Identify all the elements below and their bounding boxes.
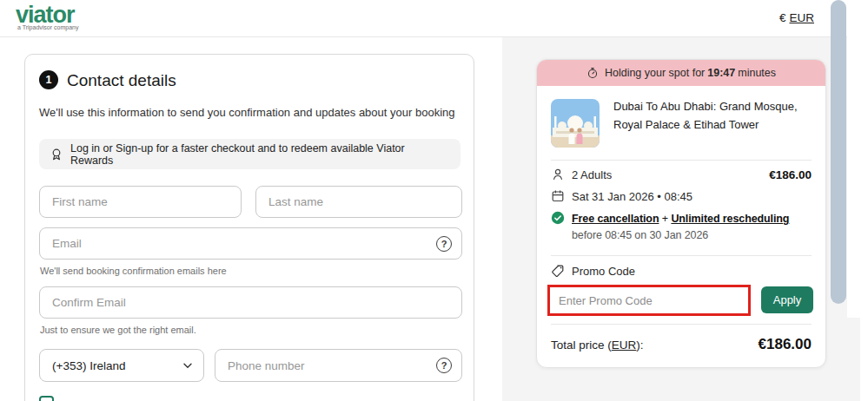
viator-logo-text: viator	[16, 4, 78, 26]
first-name-input[interactable]	[40, 187, 241, 217]
phone-help-icon[interactable]: ?	[436, 358, 452, 373]
country-code-value: (+353) Ireland	[52, 359, 125, 372]
stopwatch-icon	[586, 67, 599, 79]
currency-selector[interactable]: €EUR	[779, 11, 814, 24]
email-input[interactable]	[40, 228, 461, 259]
scrollbar-track[interactable]	[847, 0, 868, 318]
currency-symbol: €	[779, 11, 786, 24]
total-price-label: Total price (EUR):	[551, 339, 644, 352]
divider	[551, 160, 812, 161]
confirm-email-input[interactable]	[40, 287, 461, 318]
free-cancellation-link[interactable]: Free cancellation	[572, 213, 659, 225]
chevron-down-icon	[181, 358, 195, 372]
header: viator a Tripadvisor company €EUR	[0, 0, 868, 37]
total-currency-link[interactable]: EUR	[612, 339, 637, 352]
booking-summary-card: Holding your spot for19:47minutes Dubai …	[536, 59, 826, 368]
first-name-field	[39, 186, 242, 218]
divider	[551, 255, 812, 256]
promo-code-label: Promo Code	[572, 265, 635, 278]
promo-input-highlight	[547, 285, 751, 316]
last-name-field	[255, 186, 462, 218]
unlimited-rescheduling-link[interactable]: Unlimited rescheduling	[671, 213, 789, 225]
contact-details-title: Contact details	[67, 71, 176, 90]
promo-code-label-row: Promo Code	[551, 264, 635, 278]
apply-promo-button[interactable]: Apply	[761, 286, 813, 313]
travelers-count: 2 Adults	[572, 168, 612, 181]
holding-spot-banner: Holding your spot for19:47minutes	[537, 60, 825, 86]
total-price-row: Total price (EUR): €186.00	[551, 336, 812, 353]
holding-countdown: 19:47	[707, 67, 735, 79]
viator-logo-subtitle: a Tripadvisor company	[16, 24, 78, 30]
step-number-badge: 1	[39, 70, 58, 89]
product-title: Dubai To Abu Dhabi: Grand Mosque, Royal …	[613, 98, 818, 135]
viator-logo[interactable]: viator a Tripadvisor company	[16, 4, 78, 30]
currency-code: EUR	[789, 11, 814, 24]
phone-number-input[interactable]	[215, 350, 461, 381]
contact-details-subtitle: We'll use this information to send you c…	[39, 106, 454, 119]
confirm-email-field	[39, 286, 462, 319]
country-code-select[interactable]: (+353) Ireland	[39, 349, 204, 382]
product-thumbnail	[551, 99, 600, 148]
confirm-email-hint: Just to ensure we got the right email.	[40, 325, 196, 335]
person-icon	[551, 168, 565, 181]
divider	[551, 324, 812, 325]
email-field: ?	[39, 227, 462, 260]
mosque-thumbnail-art	[551, 99, 600, 148]
last-name-input[interactable]	[256, 187, 461, 217]
phone-number-field: ?	[215, 349, 462, 382]
login-signup-banner[interactable]: Log in or Sign-up for a faster checkout …	[39, 139, 461, 169]
consent-checkbox[interactable]	[39, 396, 54, 401]
email-hint: We'll send booking confirmation emails h…	[40, 266, 227, 276]
contact-details-card: 1 Contact details We'll use this informa…	[24, 54, 474, 401]
total-price-amount: €186.00	[759, 336, 812, 353]
login-signup-text: Log in or Sign-up for a faster checkout …	[70, 142, 450, 167]
promo-code-input[interactable]	[550, 287, 748, 313]
check-circle-icon	[551, 211, 565, 225]
holding-text: Holding your spot for19:47minutes	[605, 67, 776, 79]
cancellation-policy-text: Free cancellation + Unlimited rescheduli…	[572, 211, 818, 245]
cancellation-row: Free cancellation + Unlimited rescheduli…	[551, 211, 818, 245]
calendar-icon	[551, 189, 565, 203]
booking-datetime: Sat 31 Jan 2026 • 08:45	[572, 190, 692, 203]
travelers-row: 2 Adults €186.00	[551, 168, 812, 181]
travelers-price: €186.00	[769, 168, 812, 181]
rewards-medal-icon	[50, 148, 63, 161]
email-help-icon[interactable]: ?	[436, 236, 452, 252]
scrollbar-thumb[interactable]	[831, 0, 846, 304]
date-row: Sat 31 Jan 2026 • 08:45	[551, 189, 692, 203]
tag-icon	[551, 264, 565, 278]
